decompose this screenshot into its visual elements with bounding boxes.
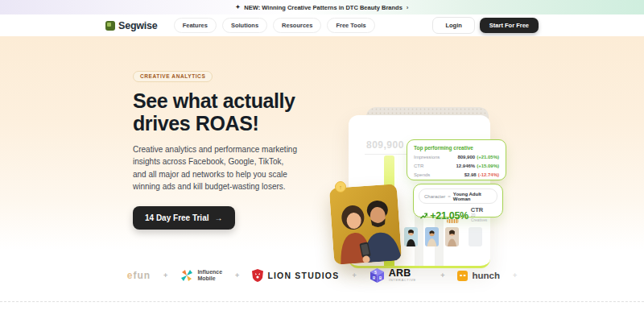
eyebrow-badge: CREATIVE ANALYTICS: [133, 71, 213, 82]
hero-section: CREATIVE ANALYTICS See what actually dri…: [0, 36, 644, 250]
creative-thumbnail[interactable]: [404, 227, 418, 246]
thumbnail-person-image: [404, 227, 418, 246]
thumbnail-person-image: [425, 227, 439, 246]
chip-label: Character: [424, 194, 445, 199]
logo-efun: efun: [127, 270, 151, 281]
hunch-wordmark: hunch: [472, 271, 500, 280]
influence-mobile-wordmark: Influence Mobile: [197, 269, 222, 282]
svg-text:S: S: [374, 271, 377, 275]
brand-logo[interactable]: Segwise: [105, 20, 158, 31]
metric-row-ctr: CTR 12.946% (+15.09%): [414, 162, 499, 171]
character-insight-card: Character = Young Adult Woman +21.05% CT…: [413, 184, 503, 217]
plus-separator: +: [163, 271, 167, 280]
ctr-unit-block: CTR 20 Creatives: [471, 207, 496, 224]
plus-separator: +: [352, 271, 356, 280]
sparkle-icon: ✦: [235, 4, 240, 10]
metric-change: (+21.05%): [477, 153, 499, 162]
metric-label: Spends: [414, 171, 430, 180]
thumbnail-person-image: [445, 227, 459, 246]
hero-title: See what actually drives ROAS!: [133, 89, 334, 135]
nav-item-solutions[interactable]: Solutions: [222, 18, 267, 33]
metric-value: 12.946%: [456, 162, 475, 171]
plus-separator: +: [440, 271, 444, 280]
creatives-count: 20 Creatives: [471, 213, 491, 222]
nav-item-free-tools[interactable]: Free Tools: [327, 18, 374, 33]
brand-name: Segwise: [118, 20, 158, 31]
ctr-lift-value: +21.05%: [430, 210, 469, 222]
arb-wordmark-block: ARB INTERACTIVE: [389, 268, 427, 284]
chevron-right-icon: ›: [407, 4, 409, 11]
start-for-free-button[interactable]: Start For Free: [480, 18, 539, 33]
hero-description: Creative analytics and performance marke…: [133, 143, 334, 193]
metric-change: (+15.09%): [477, 162, 499, 171]
influence-mobile-pinwheel-icon: [180, 269, 193, 282]
metric-value: $2.98: [464, 171, 477, 180]
login-button[interactable]: Login: [432, 17, 474, 34]
logo-arb: S R B ARB INTERACTIVE: [369, 267, 427, 284]
badge-arrow-glyph: ↑: [339, 184, 342, 190]
efun-wordmark: efun: [127, 270, 151, 281]
top-performing-card: Top performing creative Impressions 809,…: [407, 139, 506, 180]
logo-hunch: hunch: [457, 271, 500, 281]
arb-cube-icon: S R B: [369, 267, 385, 284]
creative-thumbnail[interactable]: [445, 227, 459, 246]
metric-row-spends: Spends $2.98 (-12.74%): [414, 171, 499, 180]
nav-item-features[interactable]: Features: [174, 18, 217, 33]
lion-shield-icon: [252, 269, 263, 282]
free-trial-label: 14 Day Free Trial: [145, 213, 209, 222]
trend-up-icon: [420, 212, 427, 220]
dashed-divider: [0, 301, 644, 302]
customer-logos-strip: efun + Influence Mobile + LION STUDIOS +: [0, 251, 644, 300]
chip-separator: =: [448, 194, 451, 199]
creative-thumbnail[interactable]: [425, 227, 439, 246]
plus-separator: +: [513, 271, 517, 280]
announcement-text: NEW: Winning Creative Patterns in DTC Be…: [244, 4, 402, 11]
nav-actions: Login Start For Free: [432, 17, 539, 34]
impressions-big-metric: 809,900: [366, 139, 404, 151]
metric-label: CTR: [414, 162, 423, 171]
announcement-banner[interactable]: ✦ NEW: Winning Creative Patterns in DTC …: [0, 0, 644, 14]
landing-page: ✦ NEW: Winning Creative Patterns in DTC …: [0, 0, 644, 323]
arb-sub-label: INTERACTIVE: [389, 278, 416, 281]
free-trial-button[interactable]: 14 Day Free Trial →: [133, 206, 235, 230]
metric-value: 809,900: [457, 153, 475, 162]
arb-wordmark: ARB: [389, 268, 427, 279]
logo-lion-studios: LION STUDIOS: [252, 269, 339, 282]
coin-badge-icon: ↑: [335, 181, 346, 193]
nav-menu: Features Solutions Resources Free Tools: [174, 18, 375, 33]
creative-thumbnail-placeholder[interactable]: [469, 227, 482, 246]
nav-item-resources[interactable]: Resources: [273, 18, 321, 33]
ctr-lift-row: +21.05% CTR 20 Creatives: [419, 207, 497, 224]
hunch-ghost-icon: [457, 271, 468, 281]
plus-separator: +: [235, 271, 239, 280]
nav-bar: Segwise Features Solutions Resources Fre…: [0, 14, 644, 36]
top-card-title: Top performing creative: [414, 145, 499, 151]
hero-copy: CREATIVE ANALYTICS See what actually dri…: [133, 67, 334, 230]
metric-change: (-12.74%): [478, 171, 499, 180]
character-chip[interactable]: Character = Young Adult Woman: [419, 188, 497, 204]
logo-influence-mobile: Influence Mobile: [180, 269, 222, 282]
chip-value: Young Adult Woman: [453, 192, 492, 201]
ctr-unit: CTR: [471, 207, 496, 213]
arrow-right-icon: →: [215, 213, 223, 222]
lion-studios-wordmark: LION STUDIOS: [267, 271, 339, 280]
metric-label: Impressions: [414, 153, 440, 162]
segwise-logo-icon: [105, 21, 115, 31]
metric-row-impressions: Impressions 809,900 (+21.05%): [414, 153, 499, 162]
